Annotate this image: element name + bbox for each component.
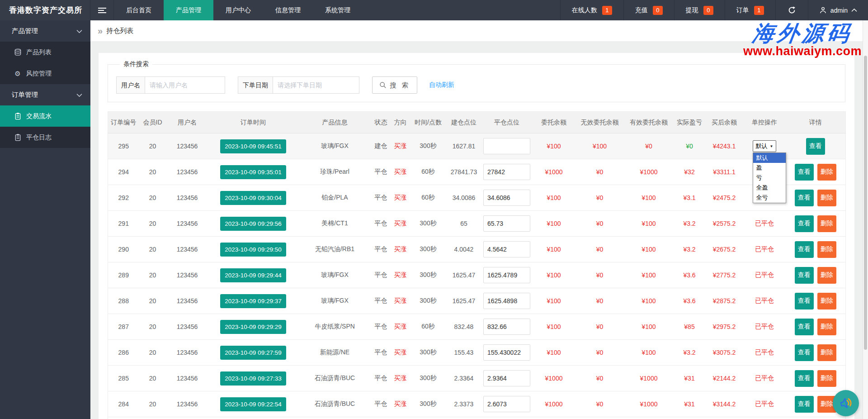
- delete-button[interactable]: 删除: [817, 293, 836, 309]
- stat-count-badge: 1: [602, 6, 612, 15]
- auto-refresh-link[interactable]: 自动刷新: [429, 81, 454, 89]
- view-button[interactable]: 查看: [795, 293, 814, 309]
- column-header: 产品信息: [298, 112, 372, 133]
- topbar-stat[interactable]: 订单1: [725, 0, 775, 20]
- actual-profit-cell: ¥3.6: [674, 262, 705, 288]
- search-panel: 条件搜索 用户名 下单日期 搜 索 自动刷新: [108, 60, 845, 102]
- delete-button[interactable]: 删除: [817, 344, 836, 361]
- view-button[interactable]: 查看: [795, 267, 814, 284]
- delete-button[interactable]: 删除: [817, 241, 836, 258]
- topbar-stat[interactable]: 充值0: [623, 0, 674, 20]
- member-id-cell: 20: [139, 185, 166, 211]
- direction-cell: 买涨: [391, 133, 410, 159]
- close-point-input[interactable]: [483, 267, 530, 283]
- sidebar-group-header[interactable]: 订单管理: [0, 84, 90, 105]
- sidebar-item-风控管理[interactable]: ⚙风控管理: [0, 63, 90, 84]
- view-button[interactable]: 查看: [795, 215, 814, 232]
- table-row: 287201234562023-10-09 09:29:29牛皮纸浆/SPN平仓…: [108, 314, 846, 340]
- table-row: 288201234562023-10-09 09:29:37玻璃/FGX平仓买涨…: [108, 288, 846, 314]
- view-button[interactable]: 查看: [795, 241, 814, 258]
- hamburger-icon: [98, 8, 106, 9]
- refresh-button[interactable]: [775, 0, 808, 20]
- duration-cell: 300秒: [410, 340, 446, 366]
- sound-toggle-button[interactable]: [833, 390, 859, 416]
- delete-button[interactable]: 删除: [817, 319, 836, 335]
- close-point-input[interactable]: [483, 164, 530, 180]
- nav-item-后台首页[interactable]: 后台首页: [114, 0, 164, 20]
- order-time-cell: 2023-10-09 09:21:20: [208, 417, 298, 419]
- after-balance-cell: ¥2475.2: [705, 185, 744, 211]
- view-button[interactable]: 查看: [795, 370, 814, 387]
- close-point-input[interactable]: [483, 138, 530, 154]
- after-balance-cell: ¥4243.1: [705, 133, 744, 159]
- view-button[interactable]: 查看: [806, 138, 825, 155]
- position-closed-label: 已平仓: [755, 245, 774, 252]
- close-point-input[interactable]: [483, 370, 530, 386]
- sidebar-item-平仓日志[interactable]: 平仓日志: [0, 127, 90, 148]
- close-point-input[interactable]: [483, 344, 530, 361]
- view-button[interactable]: 查看: [795, 164, 814, 181]
- order-time-badge: 2023-10-09 09:27:33: [220, 371, 286, 386]
- scrollbar-thumb[interactable]: [864, 56, 867, 350]
- view-button[interactable]: 查看: [795, 396, 814, 413]
- valid-entrust-cell: ¥100: [624, 340, 674, 366]
- order-date-input[interactable]: [273, 76, 359, 94]
- control-option[interactable]: 全盈: [753, 183, 786, 193]
- refresh-icon: [788, 6, 796, 14]
- control-option[interactable]: 全亏: [753, 193, 786, 203]
- delete-button[interactable]: 删除: [817, 267, 836, 284]
- order-time-badge: 2023-10-09 09:27:59: [220, 346, 286, 360]
- invalid-entrust-cell: ¥100: [576, 133, 624, 159]
- column-header: 有效委托余额: [624, 112, 674, 133]
- control-option[interactable]: 盈: [753, 163, 786, 173]
- delete-button[interactable]: 删除: [817, 215, 836, 232]
- topbar-stat[interactable]: 在线人数1: [560, 0, 623, 20]
- nav-item-系统管理[interactable]: 系统管理: [313, 0, 363, 20]
- close-point-input[interactable]: [483, 319, 530, 335]
- entrust-balance-cell: ¥100: [532, 417, 576, 419]
- view-button[interactable]: 查看: [795, 190, 814, 206]
- nav-item-信息管理[interactable]: 信息管理: [263, 0, 313, 20]
- nav-item-产品管理[interactable]: 产品管理: [164, 0, 213, 20]
- open-point-cell: 2.3364: [446, 366, 482, 391]
- sidebar-item-交易流水[interactable]: 交易流水: [0, 105, 90, 127]
- control-option[interactable]: 亏: [753, 173, 786, 183]
- close-point-input[interactable]: [483, 241, 530, 257]
- column-header: 买后余额: [705, 112, 744, 133]
- view-button[interactable]: 查看: [795, 344, 814, 361]
- close-point-input[interactable]: [483, 396, 530, 412]
- sidebar-group-header[interactable]: 产品管理: [0, 20, 90, 42]
- entrust-balance-cell: ¥1000: [532, 366, 576, 391]
- delete-button[interactable]: 删除: [817, 370, 836, 387]
- after-balance-cell: ¥2975.2: [705, 314, 744, 340]
- entrust-balance-cell: ¥100: [532, 262, 576, 288]
- product-cell: 石油沥青/BUC: [298, 366, 372, 391]
- sidebar-toggle-button[interactable]: [90, 0, 114, 20]
- valid-entrust-cell: ¥0: [624, 133, 674, 159]
- delete-button[interactable]: 删除: [817, 164, 836, 181]
- close-point-input[interactable]: [483, 215, 530, 232]
- position-closed-label: 已平仓: [755, 323, 774, 330]
- search-button[interactable]: 搜 索: [372, 76, 417, 94]
- page-title: 持仓列表: [106, 27, 133, 35]
- control-select[interactable]: 默认▼: [753, 140, 777, 152]
- username-input[interactable]: [145, 76, 225, 94]
- order-time-cell: 2023-10-09 09:22:54: [208, 391, 298, 417]
- user-menu[interactable]: admin: [808, 0, 868, 20]
- close-point-input[interactable]: [483, 190, 530, 206]
- clipboard-icon: [14, 133, 22, 141]
- open-point-cell: 27841.73: [446, 159, 482, 185]
- control-option[interactable]: 默认: [753, 153, 786, 163]
- page-scrollbar[interactable]: [863, 20, 868, 419]
- nav-item-用户中心[interactable]: 用户中心: [213, 0, 263, 20]
- delete-button[interactable]: 删除: [817, 190, 836, 206]
- topbar-stat[interactable]: 提现0: [674, 0, 725, 20]
- view-button[interactable]: 查看: [795, 319, 814, 335]
- username-cell: 123456: [166, 391, 208, 417]
- status-cell: 平仓: [372, 237, 391, 262]
- topbar-nav: 后台首页产品管理用户中心信息管理系统管理: [114, 0, 363, 20]
- sidebar-item-产品列表[interactable]: 产品列表: [0, 42, 90, 63]
- search-button-label: 搜 索: [390, 81, 410, 90]
- close-point-input[interactable]: [483, 293, 530, 309]
- sidebar-item-label: 产品列表: [26, 48, 52, 57]
